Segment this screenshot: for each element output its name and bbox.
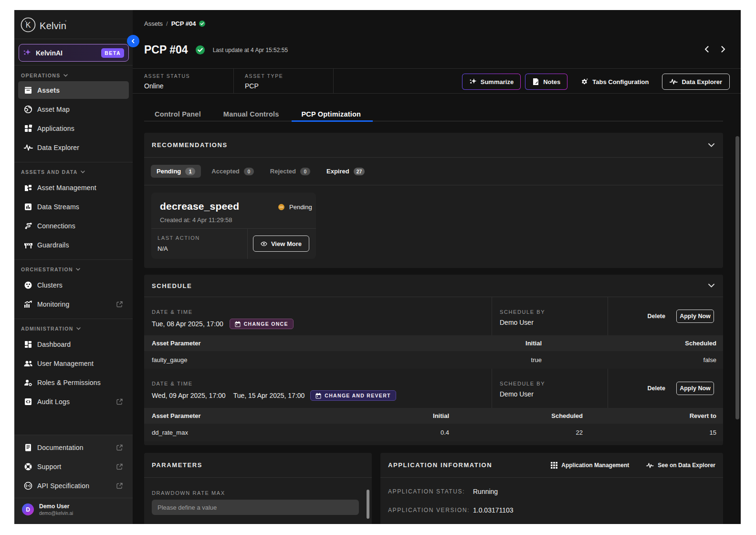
section-administration[interactable]: ADMINISTRATION	[14, 324, 133, 334]
external-link-icon	[116, 464, 123, 470]
recommendation-card[interactable]: decrease_speed Pending Created at: 4 Apr…	[151, 193, 316, 259]
sidebar-item-assets[interactable]: Assets	[18, 81, 129, 99]
see-on-data-explorer-link[interactable]: See on Data Explorer	[646, 462, 715, 469]
svg-text:K: K	[26, 21, 31, 29]
apply-now-button[interactable]: Apply Now	[676, 382, 714, 395]
last-update: Last update at 4 Apr 15:52:55	[213, 47, 288, 54]
summarize-button[interactable]: Summarize	[462, 74, 521, 90]
audit-logs-icon	[23, 397, 33, 407]
external-link-icon	[116, 445, 123, 451]
data-streams-icon	[23, 202, 33, 212]
pulse-icon	[646, 462, 654, 469]
check-circle-icon	[199, 21, 205, 27]
chevron-right-icon[interactable]	[720, 46, 726, 53]
page-title: PCP #04	[144, 43, 188, 56]
application-status-row: APPLICATION STATUS: Running	[388, 488, 498, 495]
avatar: D	[22, 503, 34, 515]
asset-management-icon	[23, 183, 33, 193]
section-operations[interactable]: OPERATIONS	[14, 70, 133, 80]
delete-button[interactable]: Delete	[647, 385, 665, 392]
schedule-header: SCHEDULE	[144, 275, 723, 297]
sidebar-item-data-streams[interactable]: Data Streams	[14, 197, 133, 216]
asset-map-icon	[23, 105, 33, 114]
connections-icon	[23, 221, 33, 231]
page-title-row: PCP #04 Last update at 4 Apr 15:52:55	[144, 43, 288, 56]
sidebar-item-connections[interactable]: Connections	[14, 216, 133, 235]
sidebar-item-roles-permissions[interactable]: Roles & Permissions	[14, 373, 133, 392]
sidebar-item-kelvinai[interactable]: KelvinAI BETA	[19, 44, 129, 62]
sidebar-item-audit-logs[interactable]: Audit Logs	[14, 392, 133, 411]
sidebar-item-asset-management[interactable]: Asset Management	[14, 178, 133, 197]
kelvin-logo-icon: K	[21, 17, 36, 32]
application-management-link[interactable]: Application Management	[551, 462, 629, 469]
brand-trademark: °	[65, 20, 67, 24]
sidebar-item-dashboard[interactable]: Dashboard	[14, 335, 133, 354]
collapse-chevron-icon[interactable]	[708, 284, 714, 288]
recommendation-filters: Pending1 Accepted0 Rejected0 Expired27	[144, 158, 723, 185]
section-orchestration[interactable]: ORCHESTRATION	[14, 265, 133, 275]
asset-type-cell: ASSET TYPE PCP	[233, 69, 283, 93]
sidebar-item-clusters[interactable]: Clusters	[14, 276, 133, 295]
sidebar-item-user-management[interactable]: User Management	[14, 354, 133, 373]
chevron-left-icon[interactable]	[704, 46, 710, 53]
change-once-badge: CHANGE ONCE	[230, 319, 294, 329]
tab-control-panel[interactable]: Control Panel	[155, 110, 201, 121]
schedule-by: Demo User	[500, 390, 608, 398]
schedule-by: Demo User	[500, 319, 608, 326]
check-circle-icon	[196, 45, 205, 54]
sidebar-collapse-button[interactable]	[127, 35, 139, 47]
app-window: K Kelvin ° KelvinAI BETA OPERATIONS	[14, 10, 741, 524]
chevron-down-icon	[76, 268, 80, 271]
user-name: Demo User	[39, 503, 69, 510]
notes-icon	[532, 78, 539, 86]
kelvinai-label: KelvinAI	[36, 49, 63, 57]
sidebar-item-monitoring[interactable]: Monitoring	[14, 295, 133, 314]
collapse-chevron-icon[interactable]	[708, 143, 714, 147]
sidebar-item-documentation[interactable]: Documentation	[14, 438, 133, 457]
kelvinai-wrap: KelvinAI BETA	[14, 39, 133, 65]
notes-button[interactable]: Notes	[525, 74, 567, 90]
sidebar-item-data-explorer[interactable]: Data Explorer	[14, 138, 133, 157]
sidebar-item-support[interactable]: Support	[14, 457, 133, 476]
filter-pending[interactable]: Pending1	[151, 165, 201, 178]
breadcrumb-assets[interactable]: Assets	[144, 20, 163, 27]
monitoring-icon	[23, 300, 33, 309]
apply-now-button[interactable]: Apply Now	[676, 310, 714, 323]
sidebar-item-api-specification[interactable]: API Specification	[14, 476, 133, 495]
schedule-date: Tue, 08 Apr 2025, 17:00	[152, 320, 223, 328]
chevron-down-icon	[81, 171, 85, 173]
filter-expired[interactable]: Expired27	[321, 165, 370, 178]
schedule-row: DATE & TIME Wed, 09 Apr 2025, 17:00 Tue,…	[144, 369, 723, 408]
tab-pcp-optimization[interactable]: PCP Optimization	[301, 110, 361, 121]
tabs-configuration-button[interactable]: Tabs Configuration	[580, 74, 649, 90]
sidebar-item-guardrails[interactable]: Guardrails	[14, 235, 133, 255]
tab-manual-controls[interactable]: Manual Controls	[223, 110, 279, 121]
roles-permissions-icon	[23, 378, 33, 387]
application-version-value: 1.0.03171103	[473, 506, 514, 514]
last-action-value: N/A	[158, 245, 168, 252]
page-scrollbar[interactable]	[735, 136, 739, 419]
parameters-header: PARAMETERS	[144, 453, 372, 478]
sidebar-item-asset-map[interactable]: Asset Map	[14, 100, 133, 119]
user-menu[interactable]: D Demo User demo@kelvin.ai	[14, 498, 133, 524]
clusters-icon	[23, 280, 33, 290]
sidebar-item-applications[interactable]: Applications	[14, 119, 133, 138]
application-status-value: Running	[473, 488, 498, 495]
schedule-table-header: Asset Parameter Initial Scheduled	[144, 335, 723, 351]
recommendation-name: decrease_speed	[160, 201, 239, 212]
filter-rejected[interactable]: Rejected0	[264, 165, 316, 178]
parameter-input[interactable]	[152, 500, 359, 515]
user-email: demo@kelvin.ai	[39, 511, 73, 516]
calendar-icon	[235, 321, 241, 327]
change-and-revert-badge: CHANGE AND REVERT	[310, 390, 396, 401]
view-more-button[interactable]: View More	[253, 235, 309, 252]
parameters-scrollbar[interactable]	[367, 490, 369, 519]
recommendations-panel: RECOMMENDATIONS Pending1 Accepted0 Rejec…	[144, 133, 723, 268]
applications-icon	[23, 124, 33, 133]
data-explorer-button[interactable]: Data Explorer	[662, 74, 730, 90]
section-assets-and-data[interactable]: ASSETS AND DATA	[14, 167, 133, 177]
recommendations-header: RECOMMENDATIONS	[144, 133, 723, 158]
delete-button[interactable]: Delete	[647, 313, 665, 320]
filter-accepted[interactable]: Accepted0	[206, 165, 260, 178]
header-actions: Summarize Notes Tabs Configuration Data …	[462, 74, 730, 90]
